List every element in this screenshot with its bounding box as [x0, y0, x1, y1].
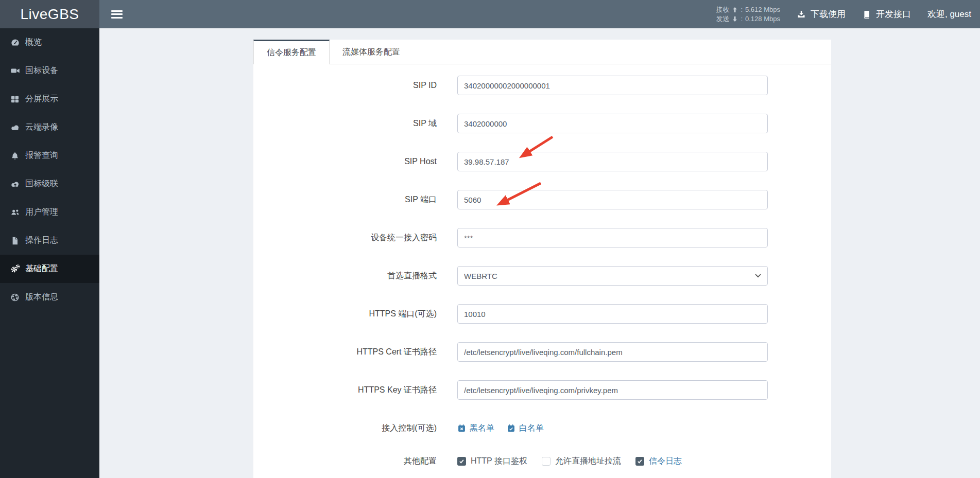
file-icon — [9, 236, 21, 245]
form-row-sip-port: SIP 端口 — [253, 190, 831, 209]
whitelist-link[interactable]: 白名单 — [507, 423, 544, 434]
sip-port-label: SIP 端口 — [253, 194, 437, 205]
gears-icon — [9, 264, 21, 274]
form-row-live-format: 首选直播格式 WEBRTC — [253, 266, 831, 286]
sip-host-input[interactable] — [457, 152, 768, 171]
sidebar-item-gb-devices[interactable]: 国标设备 — [0, 57, 99, 85]
grid-icon — [9, 95, 21, 104]
form-row-sip-domain: SIP 域 — [253, 114, 831, 133]
sidebar-item-overview[interactable]: 概览 — [0, 28, 99, 57]
config-card: 信令服务配置 流媒体服务配置 SIP ID SIP 域 SIP Host SIP… — [253, 40, 831, 478]
arrow-down-icon — [732, 16, 738, 22]
sidebar-item-alarm-query[interactable]: 报警查询 — [0, 141, 99, 170]
http-auth-checkbox[interactable]: HTTP 接口鉴权 — [457, 456, 527, 467]
calendar-times-icon — [457, 423, 466, 433]
send-label: 发送 — [716, 14, 729, 24]
allow-pull-checkbox[interactable]: 允许直播地址拉流 — [542, 456, 621, 467]
https-port-label: HTTPS 端口(可选) — [253, 309, 437, 320]
sip-domain-input[interactable] — [457, 114, 768, 133]
sip-host-label: SIP Host — [253, 157, 437, 166]
life-ring-icon — [9, 293, 21, 302]
dashboard-icon — [9, 38, 21, 47]
app-logo[interactable]: LiveGBS — [0, 0, 99, 28]
tab-media-service-config[interactable]: 流媒体服务配置 — [330, 40, 413, 64]
blacklist-link[interactable]: 黑名单 — [457, 423, 494, 434]
live-format-label: 首选直播格式 — [253, 271, 437, 281]
sidebar-item-cloud-recording[interactable]: 云端录像 — [0, 113, 99, 141]
checkbox-checked-icon — [457, 457, 466, 466]
users-icon — [9, 208, 21, 217]
tab-signal-service-config[interactable]: 信令服务配置 — [253, 40, 330, 64]
arrow-up-icon — [732, 7, 738, 13]
sidebar-toggle-button[interactable] — [111, 10, 123, 19]
form-row-other-config: 其他配置 HTTP 接口鉴权 允许直播地址拉流 — [253, 451, 831, 471]
calendar-check-icon — [507, 423, 515, 433]
sip-id-label: SIP ID — [253, 81, 437, 90]
tab-bar: 信令服务配置 流媒体服务配置 — [253, 40, 831, 64]
sip-port-input[interactable] — [457, 190, 768, 209]
sip-id-input[interactable] — [457, 76, 768, 95]
traffic-stats: 接收 : 5.612 Mbps 发送 : 0.128 Mbps — [716, 5, 780, 24]
live-format-value: WEBRTC — [464, 272, 497, 280]
form-row-device-password: 设备统一接入密码 — [253, 228, 831, 247]
download-link[interactable]: 下载使用 — [797, 8, 846, 20]
sip-domain-label: SIP 域 — [253, 118, 437, 129]
main-content: 信令服务配置 流媒体服务配置 SIP ID SIP 域 SIP Host SIP… — [99, 28, 980, 478]
signal-config-form: SIP ID SIP 域 SIP Host SIP 端口 设备统一接入密码 首选 — [253, 64, 831, 471]
https-cert-label: HTTPS Cert 证书路径 — [253, 347, 437, 358]
checkbox-checked-icon — [635, 457, 644, 466]
sidebar: 概览 国标设备 分屏展示 云端录像 — [0, 28, 99, 478]
download-icon — [797, 10, 806, 19]
sidebar-item-gb-cascade[interactable]: 国标级联 — [0, 170, 99, 198]
bell-icon — [9, 151, 21, 161]
https-port-input[interactable] — [457, 304, 768, 324]
device-password-input[interactable] — [457, 228, 768, 247]
https-key-input[interactable] — [457, 380, 768, 400]
sidebar-item-version-info[interactable]: 版本信息 — [0, 283, 99, 311]
form-row-https-cert: HTTPS Cert 证书路径 — [253, 342, 831, 362]
form-row-access-control: 接入控制(可选) 黑名单 — [253, 418, 831, 438]
recv-label: 接收 — [716, 5, 729, 14]
cloud-icon — [9, 123, 21, 132]
top-header: LiveGBS 接收 : 5.612 Mbps 发送 : 0.128 Mbps … — [0, 0, 980, 28]
form-row-https-port: HTTPS 端口(可选) — [253, 304, 831, 324]
live-format-select[interactable]: WEBRTC — [457, 266, 768, 286]
welcome-user[interactable]: 欢迎, guest — [927, 8, 971, 20]
https-cert-input[interactable] — [457, 342, 768, 362]
sidebar-item-basic-config[interactable]: 基础配置 — [0, 255, 99, 283]
device-password-label: 设备统一接入密码 — [253, 233, 437, 243]
cloud-upload-icon — [9, 180, 21, 189]
api-docs-link[interactable]: 开发接口 — [862, 8, 911, 20]
form-row-sip-id: SIP ID — [253, 76, 831, 95]
video-camera-icon — [9, 66, 21, 76]
signal-log-checkbox[interactable]: 信令日志 — [635, 456, 682, 467]
send-value: 0.128 Mbps — [745, 14, 780, 24]
sidebar-item-split-screen[interactable]: 分屏展示 — [0, 85, 99, 113]
form-row-https-key: HTTPS Key 证书路径 — [253, 380, 831, 400]
book-icon — [862, 10, 871, 19]
sidebar-item-operation-log[interactable]: 操作日志 — [0, 226, 99, 255]
access-control-label: 接入控制(可选) — [253, 423, 437, 434]
form-row-sip-host: SIP Host — [253, 152, 831, 171]
sidebar-item-user-management[interactable]: 用户管理 — [0, 198, 99, 226]
recv-value: 5.612 Mbps — [745, 5, 780, 14]
checkbox-unchecked-icon — [542, 457, 551, 466]
other-config-label: 其他配置 — [253, 456, 437, 467]
chevron-down-icon — [755, 274, 761, 278]
https-key-label: HTTPS Key 证书路径 — [253, 385, 437, 396]
